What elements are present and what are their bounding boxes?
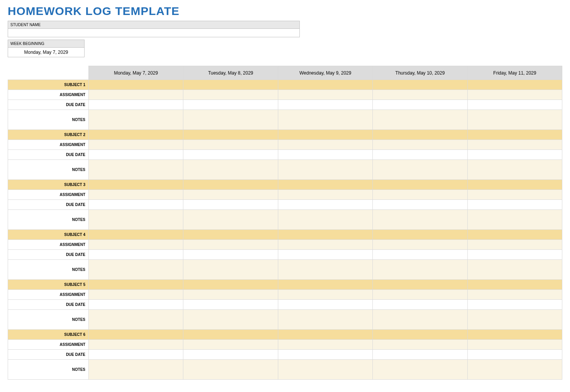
notes-cell[interactable] [373, 310, 467, 330]
subject-cell[interactable] [467, 330, 562, 340]
assignment-cell[interactable] [278, 290, 372, 300]
notes-cell[interactable] [89, 110, 183, 130]
assignment-cell[interactable] [278, 90, 372, 100]
notes-cell[interactable] [373, 160, 467, 180]
subject-cell[interactable] [278, 80, 372, 90]
duedate-cell[interactable] [373, 100, 467, 110]
assignment-cell[interactable] [467, 90, 562, 100]
student-name-input[interactable] [8, 29, 300, 37]
assignment-cell[interactable] [373, 290, 467, 300]
notes-cell[interactable] [183, 210, 278, 230]
assignment-cell[interactable] [373, 340, 467, 350]
notes-cell[interactable] [89, 310, 183, 330]
notes-cell[interactable] [278, 310, 372, 330]
subject-cell[interactable] [467, 230, 562, 240]
assignment-cell[interactable] [467, 190, 562, 200]
notes-cell[interactable] [278, 210, 372, 230]
notes-cell[interactable] [278, 160, 372, 180]
week-beginning-value[interactable]: Monday, May 7, 2029 [8, 48, 85, 57]
notes-cell[interactable] [278, 360, 372, 380]
duedate-cell[interactable] [183, 150, 278, 160]
duedate-cell[interactable] [183, 300, 278, 310]
assignment-cell[interactable] [89, 190, 183, 200]
notes-cell[interactable] [183, 110, 278, 130]
duedate-cell[interactable] [278, 150, 372, 160]
notes-cell[interactable] [89, 360, 183, 380]
subject-cell[interactable] [467, 180, 562, 190]
assignment-cell[interactable] [467, 290, 562, 300]
notes-cell[interactable] [373, 260, 467, 280]
duedate-cell[interactable] [278, 300, 372, 310]
assignment-cell[interactable] [89, 290, 183, 300]
notes-cell[interactable] [373, 360, 467, 380]
duedate-cell[interactable] [278, 250, 372, 260]
notes-cell[interactable] [89, 210, 183, 230]
duedate-cell[interactable] [278, 100, 372, 110]
assignment-cell[interactable] [89, 90, 183, 100]
assignment-cell[interactable] [183, 90, 278, 100]
subject-cell[interactable] [183, 80, 278, 90]
assignment-cell[interactable] [278, 140, 372, 150]
notes-cell[interactable] [467, 210, 562, 230]
duedate-cell[interactable] [278, 200, 372, 210]
subject-cell[interactable] [467, 80, 562, 90]
duedate-cell[interactable] [89, 350, 183, 360]
subject-cell[interactable] [373, 180, 467, 190]
duedate-cell[interactable] [467, 300, 562, 310]
duedate-cell[interactable] [183, 100, 278, 110]
duedate-cell[interactable] [467, 100, 562, 110]
duedate-cell[interactable] [183, 200, 278, 210]
duedate-cell[interactable] [373, 150, 467, 160]
duedate-cell[interactable] [183, 250, 278, 260]
assignment-cell[interactable] [278, 340, 372, 350]
assignment-cell[interactable] [373, 190, 467, 200]
assignment-cell[interactable] [183, 340, 278, 350]
assignment-cell[interactable] [183, 240, 278, 250]
assignment-cell[interactable] [89, 340, 183, 350]
assignment-cell[interactable] [373, 140, 467, 150]
assignment-cell[interactable] [373, 240, 467, 250]
notes-cell[interactable] [278, 110, 372, 130]
subject-cell[interactable] [89, 130, 183, 140]
subject-cell[interactable] [278, 280, 372, 290]
subject-cell[interactable] [183, 180, 278, 190]
notes-cell[interactable] [89, 160, 183, 180]
duedate-cell[interactable] [89, 100, 183, 110]
assignment-cell[interactable] [89, 140, 183, 150]
duedate-cell[interactable] [89, 300, 183, 310]
subject-cell[interactable] [373, 280, 467, 290]
subject-cell[interactable] [373, 230, 467, 240]
notes-cell[interactable] [183, 360, 278, 380]
duedate-cell[interactable] [89, 200, 183, 210]
subject-cell[interactable] [89, 80, 183, 90]
subject-cell[interactable] [89, 230, 183, 240]
notes-cell[interactable] [183, 310, 278, 330]
subject-cell[interactable] [183, 280, 278, 290]
duedate-cell[interactable] [89, 150, 183, 160]
notes-cell[interactable] [467, 360, 562, 380]
assignment-cell[interactable] [183, 290, 278, 300]
subject-cell[interactable] [183, 130, 278, 140]
subject-cell[interactable] [89, 330, 183, 340]
subject-cell[interactable] [278, 230, 372, 240]
assignment-cell[interactable] [278, 240, 372, 250]
assignment-cell[interactable] [373, 90, 467, 100]
duedate-cell[interactable] [183, 350, 278, 360]
assignment-cell[interactable] [467, 140, 562, 150]
assignment-cell[interactable] [89, 240, 183, 250]
subject-cell[interactable] [278, 180, 372, 190]
subject-cell[interactable] [467, 130, 562, 140]
subject-cell[interactable] [278, 330, 372, 340]
duedate-cell[interactable] [278, 350, 372, 360]
subject-cell[interactable] [278, 130, 372, 140]
duedate-cell[interactable] [373, 350, 467, 360]
assignment-cell[interactable] [467, 340, 562, 350]
assignment-cell[interactable] [278, 190, 372, 200]
notes-cell[interactable] [467, 110, 562, 130]
notes-cell[interactable] [183, 160, 278, 180]
assignment-cell[interactable] [467, 240, 562, 250]
duedate-cell[interactable] [467, 150, 562, 160]
subject-cell[interactable] [373, 130, 467, 140]
notes-cell[interactable] [89, 260, 183, 280]
subject-cell[interactable] [467, 280, 562, 290]
